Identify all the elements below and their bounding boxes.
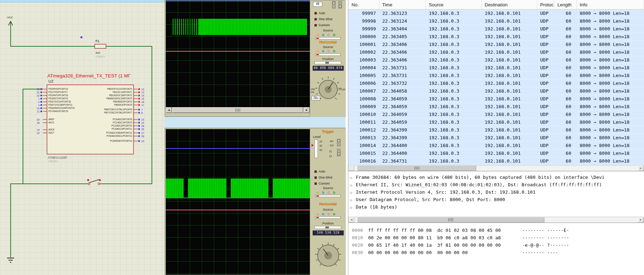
- hex-dump[interactable]: 0000ff ff ff ff ff ff 00 08 dc 01 02 03 …: [348, 223, 644, 275]
- scroll-right-icon[interactable]: ►: [638, 217, 644, 222]
- schematic-editor[interactable]: VCC ATmega328_Ethernet_TX_TEST (1 МГ U2 …: [0, 0, 165, 275]
- vcc-symbol[interactable]: VCC: [7, 16, 13, 28]
- table-row[interactable]: 10000422.363731192.168.0.3192.168.0.101U…: [348, 64, 644, 72]
- table-row[interactable]: 10000722.364058192.168.0.3192.168.0.101U…: [348, 87, 644, 95]
- table-row[interactable]: 10000322.363406192.168.0.3192.168.0.101U…: [348, 56, 644, 64]
- wireshark-window[interactable]: No.TimeSourceDestinationProtocLengthInfo…: [348, 0, 644, 275]
- expand-icon[interactable]: ▷: [350, 174, 356, 181]
- position-slider[interactable]: [314, 61, 341, 64]
- table-row[interactable]: 10000622.363732192.168.0.3192.168.0.101U…: [348, 80, 644, 87]
- hex-row[interactable]: 002000 65 1f 40 1f 40 00 1a 3f 81 00 00 …: [348, 241, 644, 249]
- channel-b-label[interactable]: B: [322, 212, 325, 216]
- level-slider[interactable]: [314, 140, 318, 158]
- channel-c-label[interactable]: C: [327, 212, 330, 216]
- column-header-time[interactable]: Time: [379, 0, 426, 9]
- hex-row[interactable]: 001000 2e 00 00 00 00 80 11 b9 06 c0 a8 …: [348, 234, 644, 241]
- channel-a-label[interactable]: A: [317, 33, 319, 37]
- channel-c-label[interactable]: C: [327, 191, 330, 194]
- column-header-info[interactable]: Info: [577, 0, 644, 9]
- one-shot-button[interactable]: One-Shot: [314, 17, 332, 21]
- column-header-destination[interactable]: Destination: [482, 0, 537, 9]
- table-row[interactable]: 10000822.364059192.168.0.3192.168.0.101U…: [348, 95, 644, 103]
- table-row[interactable]: 9999922.363404192.168.0.3192.168.0.101UD…: [348, 25, 644, 33]
- hex-row[interactable]: 0000ff ff ff ff ff ff 00 08 dc 01 02 03 …: [348, 227, 644, 234]
- scrollbar-thumb[interactable]: [357, 165, 476, 171]
- trigger-level-value[interactable]: 40: [313, 2, 322, 7]
- table-row[interactable]: 10001122.364059192.168.0.3192.168.0.101U…: [348, 118, 644, 126]
- column-header-length[interactable]: Length: [554, 0, 577, 9]
- table-row[interactable]: 10000522.363731192.168.0.3192.168.0.101U…: [348, 72, 644, 80]
- channel-d-label[interactable]: D: [333, 212, 336, 216]
- trigger-source-slider[interactable]: [315, 37, 341, 40]
- scope1-hscrollbar[interactable]: ◄ ►: [166, 107, 310, 113]
- table-row[interactable]: 9999722.363123192.168.0.3192.168.0.101UD…: [348, 10, 644, 17]
- oscilloscope-window-2[interactable]: Trigger Level 20 30 40 AC DC ⊓ ⊔ Auto On…: [165, 128, 345, 275]
- channel-b-label[interactable]: B: [322, 191, 325, 194]
- detail-row[interactable]: ▷Data (18 bytes): [348, 203, 644, 211]
- auto-button[interactable]: Auto: [314, 11, 325, 15]
- coupling-toggle[interactable]: [337, 139, 341, 146]
- scroll-right-icon[interactable]: ►: [304, 107, 309, 113]
- scrollbar-track[interactable]: [354, 217, 638, 222]
- hex-row[interactable]: 003000 00 00 00 00 00 00 00 00 00 00 00·…: [348, 249, 644, 256]
- scrollbar-track[interactable]: [172, 107, 304, 113]
- packet-list-scrollbar[interactable]: ►: [348, 165, 644, 171]
- details-scrollbar[interactable]: ◄ ►: [348, 217, 644, 223]
- column-header-no[interactable]: No.: [348, 0, 379, 9]
- table-row[interactable]: 10000022.363405192.168.0.3192.168.0.101U…: [348, 33, 644, 41]
- detail-row[interactable]: ▷User Datagram Protocol, Src Port: 8000,…: [348, 196, 644, 203]
- expand-icon[interactable]: ▷: [350, 181, 356, 188]
- horizontal-source-slider[interactable]: [315, 216, 341, 219]
- channel-a-label[interactable]: A: [317, 191, 319, 194]
- timebase-knob[interactable]: [311, 238, 346, 273]
- column-header-source[interactable]: Source: [426, 0, 482, 9]
- scrollbar-track[interactable]: [354, 165, 638, 171]
- channel-b-label[interactable]: B: [322, 33, 325, 37]
- table-row[interactable]: 9999822.363124192.168.0.3192.168.0.101UD…: [348, 17, 644, 25]
- table-row[interactable]: 10000922.364059192.168.0.3192.168.0.101U…: [348, 103, 644, 111]
- edge-toggle[interactable]: [337, 149, 341, 156]
- expand-icon[interactable]: ▷: [350, 204, 356, 211]
- scrollbar-thumb[interactable]: [172, 107, 303, 113]
- channel-a-label[interactable]: A: [317, 49, 319, 53]
- scroll-left-icon[interactable]: ◄: [166, 107, 172, 113]
- resistor-r1[interactable]: R1 320 <TEXT>: [81, 36, 106, 58]
- table-row[interactable]: 10000122.363406192.168.0.3192.168.0.101U…: [348, 41, 644, 48]
- expand-icon[interactable]: ▷: [350, 189, 356, 196]
- auto-button[interactable]: Auto: [314, 169, 325, 174]
- column-header-protoc[interactable]: Protoc: [537, 0, 554, 9]
- detail-row[interactable]: ▷Internet Protocol Version 4, Src: 192.1…: [348, 188, 644, 196]
- ground-symbol[interactable]: [7, 258, 14, 262]
- table-row[interactable]: 10001522.364400192.168.0.3192.168.0.101U…: [348, 150, 644, 157]
- table-row[interactable]: 10001622.364731192.168.0.3192.168.0.101U…: [348, 157, 644, 165]
- channel-d-label[interactable]: D: [333, 191, 336, 194]
- cursors-button[interactable]: Cursors: [314, 181, 330, 186]
- table-row[interactable]: 10001322.364399192.168.0.3192.168.0.101U…: [348, 134, 644, 142]
- channel-c-label[interactable]: C: [327, 33, 330, 37]
- table-row[interactable]: 10000222.363406192.168.0.3192.168.0.101U…: [348, 48, 644, 56]
- scroll-left-icon[interactable]: ◄: [349, 217, 354, 222]
- channel-c-label[interactable]: C: [327, 49, 330, 53]
- one-shot-button[interactable]: One-Shot: [314, 175, 332, 180]
- edge-toggle[interactable]: [338, 1, 342, 8]
- trigger-source-slider[interactable]: [315, 195, 341, 197]
- oscilloscope-window-1[interactable]: ◄ ► 40 Auto One-Shot Cursors Source ABCD…: [165, 0, 345, 117]
- table-row[interactable]: 10001422.364400192.168.0.3192.168.0.101U…: [348, 142, 644, 150]
- detail-row[interactable]: ▷Ethernet II, Src: Wiznet_01:02:03 (00:0…: [348, 181, 644, 188]
- detail-row[interactable]: ▷Frame 302684: 60 bytes on wire (480 bit…: [348, 174, 644, 181]
- channel-a-label[interactable]: A: [317, 212, 319, 216]
- scrollbar-thumb[interactable]: [357, 217, 544, 222]
- packet-details[interactable]: ▷Frame 302684: 60 bytes on wire (480 bit…: [348, 171, 644, 217]
- coupling-toggle[interactable]: [332, 1, 336, 8]
- table-row[interactable]: 10001022.364059192.168.0.3192.168.0.101U…: [348, 111, 644, 118]
- channel-b-label[interactable]: B: [322, 49, 325, 53]
- cursors-button[interactable]: Cursors: [314, 23, 330, 27]
- horizontal-source-slider[interactable]: [315, 53, 341, 56]
- channel-d-label[interactable]: D: [333, 33, 336, 37]
- push-button[interactable]: [87, 179, 101, 185]
- position-slider[interactable]: [314, 226, 341, 229]
- scroll-left-icon[interactable]: [349, 165, 354, 171]
- table-row[interactable]: 10001222.364399192.168.0.3192.168.0.101U…: [348, 126, 644, 134]
- scroll-right-icon[interactable]: ►: [638, 165, 644, 171]
- expand-icon[interactable]: ▷: [350, 196, 356, 203]
